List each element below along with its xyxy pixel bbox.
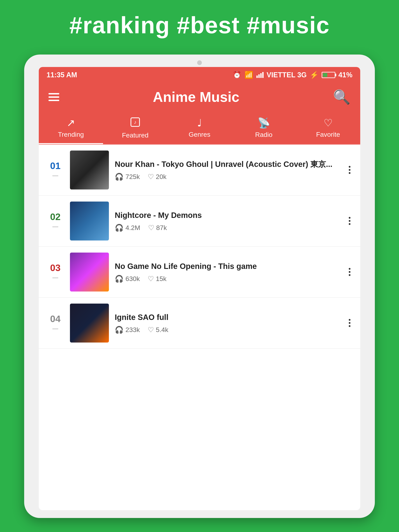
heart-icon-3: ♡	[148, 275, 154, 283]
headphone-icon-2: 🎧	[115, 224, 123, 232]
song-info-2: Nightcore - My Demons 🎧 4.2M ♡ 87k	[115, 210, 341, 232]
like-count-2: ♡ 87k	[148, 224, 167, 232]
page-header: #ranking #best #music	[0, 0, 399, 48]
song-stats-3: 🎧 630k ♡ 15k	[115, 275, 341, 283]
tab-featured[interactable]: ♪ Featured	[103, 113, 167, 144]
svg-text:♪: ♪	[134, 119, 137, 125]
song-stats-2: 🎧 4.2M ♡ 87k	[115, 224, 341, 232]
listen-count-3: 🎧 630k	[115, 275, 140, 283]
genres-icon: ♩	[197, 117, 202, 129]
song-info-4: Ignite SAO full 🎧 233k ♡ 5.4k	[115, 312, 341, 334]
rank-4: 04 —	[46, 314, 64, 332]
headphone-icon-3: 🎧	[115, 275, 123, 283]
song-title-3: No Game No Life Opening - This game	[115, 261, 341, 271]
rank-3: 03 —	[46, 263, 64, 281]
favorite-icon: ♡	[324, 117, 333, 129]
listen-count-1: 🎧 725k	[115, 173, 140, 181]
radio-icon: 📡	[257, 117, 270, 129]
wifi-icon: 📶	[245, 71, 253, 79]
page-title: #ranking #best #music	[0, 12, 399, 38]
status-right: ⏰ 📶 VIETTEL 3G ⚡ 41%	[233, 71, 353, 79]
tablet-camera	[197, 60, 202, 65]
tab-trending[interactable]: ↗ Trending	[39, 113, 103, 144]
song-item-1[interactable]: 01 — Nour Khan - Tokyo Ghoul | Unravel (…	[39, 145, 360, 196]
like-count-1: ♡ 20k	[148, 173, 167, 181]
trending-icon: ↗	[67, 117, 75, 129]
rank-1: 01 —	[46, 161, 64, 179]
app-header: Anime Music 🔍	[39, 83, 360, 111]
lightning-icon: ⚡	[310, 71, 319, 79]
song-item-2[interactable]: 02 — Nightcore - My Demons 🎧 4.2M ♡ 87k	[39, 196, 360, 247]
heart-icon-4: ♡	[148, 326, 154, 334]
carrier-name: VIETTEL 3G	[267, 71, 307, 79]
alarm-icon: ⏰	[233, 71, 241, 79]
song-info-3: No Game No Life Opening - This game 🎧 63…	[115, 261, 341, 283]
headphone-icon-4: 🎧	[115, 326, 123, 334]
song-stats-1: 🎧 725k ♡ 20k	[115, 173, 341, 181]
song-title-1: Nour Khan - Tokyo Ghoul | Unravel (Acous…	[115, 159, 341, 169]
song-item-4[interactable]: 04 — Ignite SAO full 🎧 233k ♡ 5.4k	[39, 298, 360, 349]
more-button-2[interactable]	[347, 215, 353, 227]
status-bar: 11:35 AM ⏰ 📶 VIETTEL 3G ⚡ 41%	[39, 67, 360, 83]
hamburger-button[interactable]	[49, 93, 59, 101]
more-button-4[interactable]	[347, 317, 353, 329]
more-button-1[interactable]	[347, 164, 353, 176]
more-button-3[interactable]	[347, 266, 353, 278]
tab-genres[interactable]: ♩ Genres	[167, 113, 232, 144]
thumbnail-1	[70, 151, 109, 190]
listen-count-4: 🎧 233k	[115, 326, 140, 334]
battery-icon	[322, 72, 335, 78]
tab-radio-label: Radio	[255, 131, 273, 139]
tab-radio[interactable]: 📡 Radio	[232, 113, 296, 144]
battery-percent: 41%	[338, 71, 353, 79]
thumbnail-3	[70, 253, 109, 291]
tab-favorite[interactable]: ♡ Favorite	[296, 113, 360, 144]
search-button[interactable]: 🔍	[333, 89, 350, 105]
thumbnail-4	[70, 304, 109, 342]
song-info-1: Nour Khan - Tokyo Ghoul | Unravel (Acous…	[115, 159, 341, 181]
song-title-4: Ignite SAO full	[115, 312, 341, 322]
heart-icon-1: ♡	[148, 173, 154, 181]
song-title-2: Nightcore - My Demons	[115, 210, 341, 220]
tab-genres-label: Genres	[189, 131, 210, 138]
tab-favorite-label: Favorite	[316, 131, 340, 138]
like-count-4: ♡ 5.4k	[148, 326, 168, 334]
listen-count-2: 🎧 4.2M	[115, 224, 140, 232]
song-stats-4: 🎧 233k ♡ 5.4k	[115, 326, 341, 334]
app-title: Anime Music	[153, 89, 239, 105]
tab-featured-label: Featured	[122, 132, 148, 139]
headphone-icon-1: 🎧	[115, 173, 123, 181]
song-list: 01 — Nour Khan - Tokyo Ghoul | Unravel (…	[39, 145, 360, 510]
phone-screen: 11:35 AM ⏰ 📶 VIETTEL 3G ⚡ 41%	[39, 67, 360, 510]
tab-trending-label: Trending	[58, 131, 84, 138]
thumbnail-2	[70, 202, 109, 241]
rank-2: 02 —	[46, 212, 64, 230]
signal-bars	[256, 72, 264, 78]
tab-bar: ↗ Trending ♪ Featured ♩ Genres 📡 Radio	[39, 111, 360, 145]
tablet-frame: 11:35 AM ⏰ 📶 VIETTEL 3G ⚡ 41%	[24, 55, 375, 518]
like-count-3: ♡ 15k	[148, 275, 167, 283]
status-time: 11:35 AM	[46, 71, 77, 79]
featured-icon: ♪	[130, 117, 140, 129]
song-item-3[interactable]: 03 — No Game No Life Opening - This game…	[39, 247, 360, 298]
heart-icon-2: ♡	[148, 224, 154, 232]
